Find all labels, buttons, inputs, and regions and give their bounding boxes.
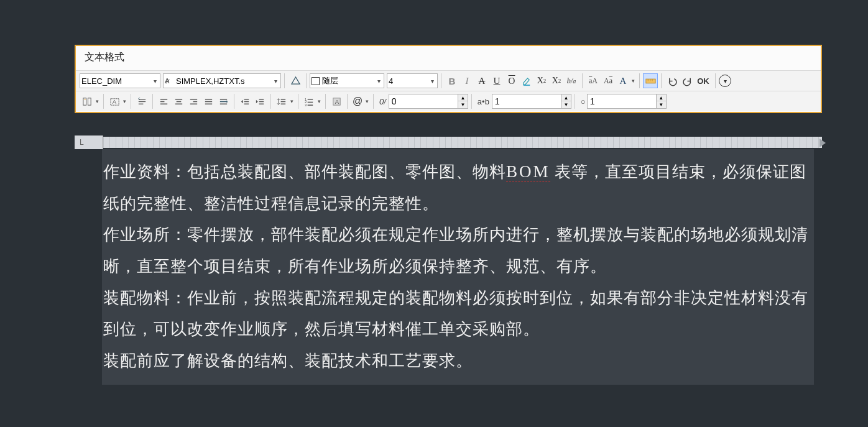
color-value: 随层 — [322, 75, 338, 86]
ruler-corner: L — [75, 135, 103, 149]
height-value: 4 — [389, 76, 393, 86]
superscript-button[interactable]: X2 — [534, 73, 549, 88]
paragraph-1[interactable]: 作业资料：包括总装配图、部件装配图、零件图、物料BOM 表等，直至项目结束，必须… — [103, 155, 813, 219]
indent-decrease-button[interactable] — [238, 94, 252, 109]
chevron-down-icon[interactable]: ▾ — [122, 94, 127, 109]
svg-rect-7 — [88, 98, 91, 104]
chevron-down-icon: ▾ — [376, 78, 382, 85]
chevron-down-icon: ▾ — [272, 78, 279, 85]
width-factor-input[interactable] — [588, 94, 656, 108]
oblique-spinner[interactable]: ▲▼ — [389, 94, 468, 109]
ruler-scale[interactable] — [103, 137, 822, 148]
svg-rect-1 — [523, 85, 529, 86]
spin-down-icon[interactable]: ▼ — [561, 101, 571, 108]
align-justify-button[interactable] — [201, 94, 216, 109]
paragraph-4[interactable]: 装配前应了解设备的结构、装配技术和工艺要求。 — [103, 346, 813, 377]
style-dropdown[interactable]: ELEC_DIM ▾ — [80, 73, 160, 88]
numbering-button[interactable]: 123 — [302, 94, 316, 109]
svg-point-8 — [84, 98, 85, 99]
color-dropdown[interactable]: 随层 ▾ — [310, 73, 384, 88]
style-value: ELEC_DIM — [81, 76, 122, 86]
indent-increase-button[interactable] — [252, 94, 267, 109]
mtext-ruler: L — [75, 135, 822, 149]
width-factor-spinner[interactable]: ▲▼ — [587, 94, 667, 109]
ruler-width-grip-icon[interactable] — [820, 139, 826, 147]
width-factor-label: ○ — [581, 97, 584, 106]
columns-button[interactable] — [80, 94, 95, 109]
options-menu-button[interactable]: ▾ — [719, 75, 731, 87]
font-dropdown[interactable]: A̷ SIMPLEX,HZTXT.s ▾ — [163, 73, 281, 88]
align-center-button[interactable] — [171, 94, 186, 109]
ok-button[interactable]: OK — [695, 73, 712, 88]
line-spacing-button[interactable] — [274, 94, 289, 109]
toolbar-row-2: ▾ A ▾ ▾ 123 ▾ A @ ▾ 0/ ▲▼ — [76, 91, 821, 111]
paragraph-button[interactable] — [134, 94, 149, 109]
paragraph-3[interactable]: 装配物料：作业前，按照装配流程规定的装配物料必须按时到位，如果有部分非决定性材料… — [103, 283, 813, 346]
svg-text:A: A — [335, 98, 339, 105]
symbol-button[interactable]: @ — [351, 94, 364, 109]
font-value: SIMPLEX,HZTXT.s — [176, 76, 245, 86]
chevron-down-icon[interactable]: ▾ — [316, 94, 322, 109]
stack-button[interactable]: b/a — [564, 73, 579, 88]
color-swatch — [312, 77, 320, 85]
mtext-editor[interactable]: 作业资料：包括总装配图、部件装配图、零件图、物料BOM 表等，直至项目结束，必须… — [102, 149, 814, 385]
uppercase-button[interactable]: aA — [586, 73, 601, 88]
chevron-down-icon[interactable]: ▾ — [630, 73, 636, 88]
chevron-down-icon: ▾ — [152, 78, 159, 85]
chevron-down-icon: ▾ — [429, 78, 436, 85]
align-left-button[interactable] — [156, 94, 171, 109]
overline-button[interactable]: O — [504, 73, 519, 88]
text-color-button[interactable]: A — [616, 73, 630, 88]
redo-button[interactable] — [680, 73, 695, 88]
italic-button[interactable]: I — [459, 73, 474, 88]
align-right-button[interactable] — [186, 94, 201, 109]
chevron-down-icon[interactable]: ▾ — [95, 94, 100, 109]
spin-down-icon[interactable]: ▼ — [458, 101, 468, 108]
chevron-down-icon[interactable]: ▾ — [289, 94, 295, 109]
oblique-label: 0/ — [379, 97, 386, 106]
svg-rect-2 — [645, 79, 655, 83]
subscript-button[interactable]: X2 — [549, 73, 564, 88]
spin-up-icon[interactable]: ▲ — [657, 94, 666, 101]
svg-text:A: A — [112, 98, 116, 105]
spin-down-icon[interactable]: ▼ — [657, 101, 666, 108]
spin-up-icon[interactable]: ▲ — [561, 94, 571, 101]
tracking-spinner[interactable]: ▲▼ — [492, 94, 571, 109]
font-icon: A̷ — [165, 76, 175, 86]
bold-button[interactable]: B — [445, 73, 459, 88]
underline-button[interactable]: U — [489, 73, 504, 88]
undo-button[interactable] — [665, 73, 680, 88]
tracking-label: a•b — [478, 97, 489, 106]
text-format-toolbar: 文本格式 ELEC_DIM ▾ A̷ SIMPLEX,HZTXT.s ▾ 随层 … — [75, 45, 822, 113]
toolbar-title: 文本格式 — [76, 46, 821, 71]
svg-text:3: 3 — [304, 103, 306, 107]
paragraph-2[interactable]: 作业场所：零件摆放，部件装配必须在规定作业场所内进行，整机摆放与装配的场地必须规… — [103, 219, 813, 282]
oblique-input[interactable] — [389, 94, 458, 108]
spin-up-icon[interactable]: ▲ — [458, 94, 468, 101]
strikethrough-button[interactable]: A — [474, 73, 489, 88]
tracking-input[interactable] — [492, 94, 561, 108]
field-button[interactable]: A — [329, 94, 344, 109]
ruler-toggle-button[interactable] — [643, 73, 658, 88]
annotative-button[interactable] — [288, 73, 303, 88]
chevron-down-icon[interactable]: ▾ — [364, 94, 370, 109]
svg-text:A̷: A̷ — [165, 77, 170, 85]
mtext-mask-button[interactable]: A — [107, 94, 122, 109]
align-distribute-button[interactable] — [216, 94, 231, 109]
lowercase-button[interactable]: Aa — [601, 73, 616, 88]
highlight-color-button[interactable] — [519, 73, 534, 88]
height-dropdown[interactable]: 4 ▾ — [387, 73, 438, 88]
bom-text: BOM — [506, 162, 550, 182]
toolbar-row-1: ELEC_DIM ▾ A̷ SIMPLEX,HZTXT.s ▾ 随层 ▾ 4 ▾… — [76, 71, 821, 91]
